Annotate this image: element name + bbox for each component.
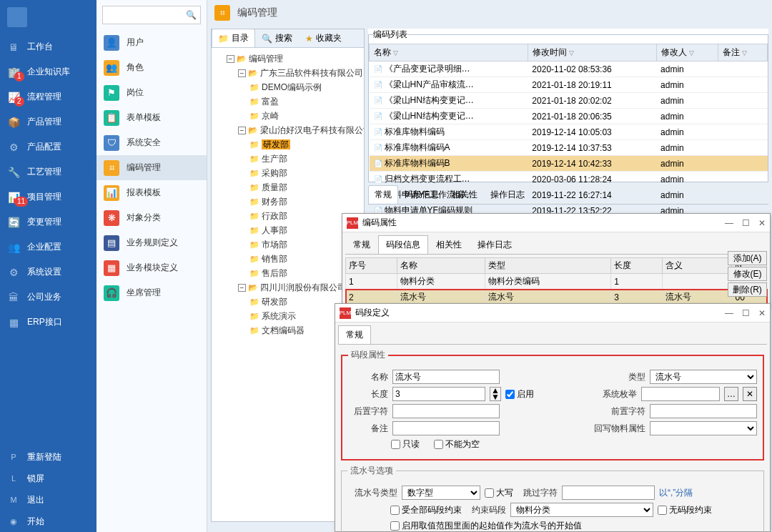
- search-box[interactable]: 🔍: [102, 6, 201, 24]
- tree-tab[interactable]: ★收藏夹: [299, 29, 348, 47]
- d1-row[interactable]: 1物料分类物料分类编码1: [346, 274, 767, 290]
- detail-tab[interactable]: 常规: [368, 185, 398, 204]
- type-select[interactable]: 流水号: [650, 370, 757, 384]
- len-stepper[interactable]: ▲▼: [490, 387, 501, 401]
- sort-icon[interactable]: ▽: [689, 49, 694, 56]
- writeback-select[interactable]: [650, 421, 757, 435]
- tree-node[interactable]: 富盈: [249, 94, 360, 109]
- tree-toggle-icon[interactable]: −: [238, 127, 246, 134]
- prefix-input[interactable]: [650, 404, 757, 418]
- list-row[interactable]: 标准库物料编码A2019-12-14 10:37:53admin: [370, 140, 768, 156]
- tree-toggle-icon[interactable]: −: [238, 69, 246, 77]
- search-input[interactable]: [107, 10, 186, 20]
- maximize-icon[interactable]: ☐: [742, 308, 750, 318]
- notempty-checkbox[interactable]: [434, 440, 443, 449]
- d1-col-header[interactable]: 含义: [662, 258, 732, 274]
- dialog1-titlebar[interactable]: PLM 编码属性 — ☐ ✕: [342, 214, 770, 232]
- minimize-icon[interactable]: —: [725, 308, 733, 318]
- d1-button[interactable]: 删除(R): [728, 282, 767, 297]
- enum-browse-button[interactable]: …: [724, 387, 738, 401]
- list-row[interactable]: 标准库物料编码2019-12-14 10:05:03admin: [370, 124, 768, 140]
- dialog1-table[interactable]: 序号名称类型长度含义取 1物料分类物料分类编码12流水号流水号3流水号00: [345, 257, 767, 305]
- d1-button[interactable]: 修改(E): [728, 267, 767, 281]
- enum-clear-button[interactable]: ✕: [743, 387, 757, 401]
- range-checkbox[interactable]: [390, 521, 400, 531]
- tree-node[interactable]: 质量部: [249, 180, 360, 194]
- sidebar-item[interactable]: ❋对象分类: [96, 205, 207, 230]
- maximize-icon[interactable]: ☐: [742, 218, 750, 228]
- avatar[interactable]: [7, 7, 27, 27]
- seg-select[interactable]: 物料分类: [510, 503, 653, 517]
- nav-item[interactable]: ⚙产品配置: [0, 134, 96, 159]
- close-icon[interactable]: ✕: [758, 218, 766, 228]
- nav-item[interactable]: ▦ERP接口: [0, 310, 96, 335]
- list-row[interactable]: 《梁山HN结构变更记…2021-01-18 20:02:02admin: [370, 93, 768, 109]
- col-header[interactable]: 修改时间 ▽: [528, 44, 656, 61]
- dialog1-tab[interactable]: 相关性: [428, 235, 470, 254]
- allseg-checkbox[interactable]: [390, 506, 400, 515]
- sort-icon[interactable]: ▽: [742, 49, 747, 56]
- list-row[interactable]: 标准库物料编码B2019-12-14 10:42:33admin: [370, 156, 768, 172]
- dialog1-tab[interactable]: 操作日志: [470, 235, 520, 254]
- dialog2-titlebar[interactable]: PLM 码段定义 — ☐ ✕: [335, 304, 770, 322]
- readonly-checkbox[interactable]: [391, 440, 400, 449]
- nav-item[interactable]: ⚙系统设置: [0, 260, 96, 285]
- tree-toggle-icon[interactable]: −: [238, 284, 246, 292]
- detail-tab[interactable]: 相关性: [445, 185, 484, 204]
- len-input[interactable]: [392, 387, 485, 401]
- enum-input[interactable]: [641, 387, 720, 401]
- remark-input[interactable]: [392, 421, 500, 435]
- tree-node[interactable]: 京崎: [249, 109, 360, 123]
- list-row[interactable]: 《梁山HN产品审核流…2021-01-18 20:19:11admin: [370, 77, 768, 93]
- d1-col-header[interactable]: 长度: [611, 258, 663, 274]
- sidebar-item[interactable]: 📋表单模板: [96, 105, 207, 130]
- nav-item[interactable]: 📊项目管理: [0, 184, 96, 210]
- tree-node[interactable]: 生产部: [249, 152, 360, 166]
- sidebar-item[interactable]: ⌗编码管理: [96, 155, 207, 180]
- close-icon[interactable]: ✕: [758, 308, 766, 318]
- enable-checkbox[interactable]: [505, 390, 515, 399]
- dialog2-tab-general[interactable]: 常规: [338, 325, 371, 344]
- nav-item[interactable]: 🏢企业知识库: [0, 59, 96, 84]
- nav-bottom-item[interactable]: L锁屏: [0, 468, 96, 489]
- tree-node[interactable]: 采购部: [249, 166, 360, 180]
- nav-bottom-item[interactable]: P重新登陆: [0, 446, 96, 468]
- list-row[interactable]: 《产品变更记录明细…2020-11-02 08:53:36admin: [370, 61, 768, 77]
- nav-item[interactable]: 🔄变更管理: [0, 210, 96, 235]
- noseg-checkbox[interactable]: [658, 506, 667, 515]
- tree-node[interactable]: −广东三品软件科技有限公司DEMO编码示例富盈京崎: [238, 66, 360, 123]
- d1-button[interactable]: 添加(A): [728, 251, 767, 265]
- col-header[interactable]: 备注 ▽: [718, 44, 768, 61]
- col-header[interactable]: 名称 ▽: [370, 44, 528, 61]
- upper-checkbox[interactable]: [485, 488, 494, 498]
- tree-node[interactable]: 财务部: [249, 194, 360, 209]
- tree-tab[interactable]: 🔍搜索: [255, 29, 299, 47]
- minimize-icon[interactable]: —: [725, 218, 733, 228]
- skip-input[interactable]: [562, 486, 655, 500]
- nav-item[interactable]: 📈流程管理: [0, 84, 96, 109]
- nav-item[interactable]: 🏛公司业务: [0, 285, 96, 310]
- list-row[interactable]: 《梁山HN结构变更记…2021-01-18 20:06:35admin: [370, 109, 768, 124]
- sort-icon[interactable]: ▽: [393, 49, 398, 56]
- nav-item[interactable]: 👥企业配置: [0, 235, 96, 260]
- tree-toggle-icon[interactable]: −: [227, 55, 234, 63]
- suffix-input[interactable]: [392, 404, 500, 418]
- d1-col-header[interactable]: 类型: [485, 258, 611, 274]
- sidebar-item[interactable]: ▦业务模块定义: [96, 255, 207, 280]
- tree-node[interactable]: DEMO编码示例: [249, 80, 360, 94]
- name-input[interactable]: [392, 370, 500, 384]
- dialog1-tab[interactable]: 码段信息: [378, 235, 428, 254]
- dialog1-tab[interactable]: 常规: [345, 235, 378, 254]
- tree-root[interactable]: −编码管理−广东三品软件科技有限公司DEMO编码示例富盈京崎−梁山泊好汉电子科技…: [227, 51, 360, 338]
- col-header[interactable]: 修改人 ▽: [656, 44, 718, 61]
- tree-node[interactable]: 研发部: [249, 137, 360, 152]
- nav-bottom-item[interactable]: ◉开始: [0, 511, 96, 532]
- sidebar-item[interactable]: 👤用户: [96, 30, 207, 55]
- sidebar-item[interactable]: 👥角色: [96, 55, 207, 80]
- sidebar-item[interactable]: 🛡系统安全: [96, 130, 207, 155]
- nav-item[interactable]: 📦产品管理: [0, 109, 96, 134]
- sort-icon[interactable]: ▽: [569, 49, 574, 56]
- detail-tab[interactable]: 操作日志: [484, 185, 531, 204]
- d1-col-header[interactable]: 序号: [346, 258, 397, 274]
- serial-type-select[interactable]: 数字型: [402, 486, 480, 500]
